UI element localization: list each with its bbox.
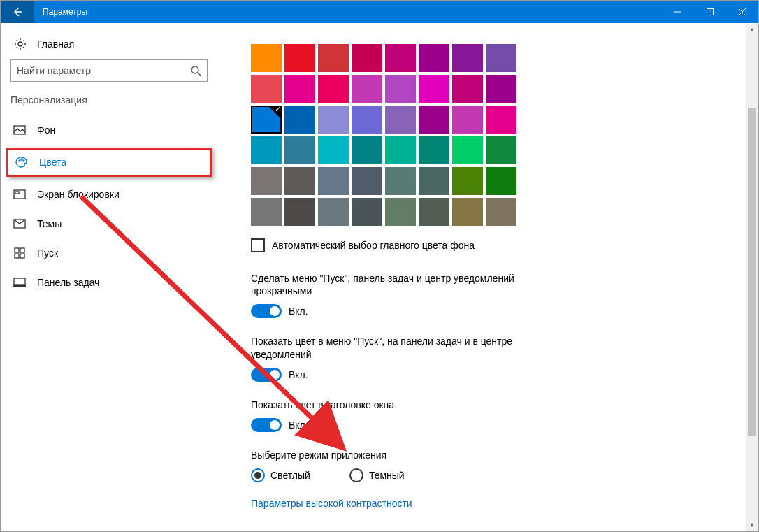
color-swatch[interactable] [385,167,416,195]
show-color-start-toggle[interactable]: Вкл. [251,368,737,382]
color-swatch[interactable] [486,136,516,164]
sidebar-item-label: Фон [37,124,55,136]
gear-icon [13,37,27,51]
high-contrast-link[interactable]: Параметры высокой контрастности [251,498,737,509]
color-swatch[interactable] [284,44,315,72]
color-swatch[interactable] [352,44,382,72]
scrollbar-thumb[interactable] [748,108,756,436]
color-swatch[interactable] [352,167,382,195]
lockscreen-icon [13,188,26,201]
color-swatch[interactable]: ✓ [251,106,282,134]
color-swatch[interactable] [486,167,516,195]
color-swatch[interactable] [352,75,382,103]
palette-row [251,75,737,103]
sidebar-item-colors[interactable]: Цвета [6,148,212,177]
color-swatch[interactable] [486,106,516,134]
color-swatch[interactable] [419,198,449,226]
window-controls [662,1,758,23]
home-label: Главная [37,38,74,50]
transparency-label: Сделать меню "Пуск", панель задач и цент… [251,272,558,297]
radio-light[interactable]: Светлый [251,468,310,482]
color-swatch[interactable] [419,44,449,72]
close-button[interactable] [726,1,758,23]
color-swatch[interactable] [318,198,349,226]
sidebar: Главная Найти параметр Персонализация Фо… [1,23,217,531]
color-palette: ✓ [251,44,737,226]
titlebar: Параметры [1,1,758,23]
color-swatch[interactable] [284,198,315,226]
color-swatch[interactable] [352,106,382,134]
color-swatch[interactable] [452,106,483,134]
color-swatch[interactable] [452,44,483,72]
maximize-button[interactable] [694,1,726,23]
nav-list: Фон Цвета Экран блокировки Темы Пуск [1,115,217,297]
color-swatch[interactable] [284,75,315,103]
color-swatch[interactable] [452,75,483,103]
color-swatch[interactable] [251,44,282,72]
auto-color-checkbox[interactable]: Автоматический выбор главного цвета фона [251,238,737,252]
sidebar-item-lockscreen[interactable]: Экран блокировки [1,180,217,209]
transparency-toggle[interactable]: Вкл. [251,304,737,318]
svg-rect-0 [707,9,714,15]
color-swatch[interactable] [385,106,416,134]
app-mode-radios: Светлый Темный [251,468,737,482]
color-swatch[interactable] [318,136,349,164]
svg-rect-11 [20,248,24,252]
check-icon: ✓ [275,105,281,114]
minimize-button[interactable] [662,1,694,23]
color-swatch[interactable] [251,167,282,195]
radio-dark[interactable]: Темный [349,468,405,482]
color-swatch[interactable] [385,198,416,226]
color-swatch[interactable] [251,198,282,226]
color-swatch[interactable] [486,198,516,226]
sidebar-item-background[interactable]: Фон [1,115,217,145]
color-swatch[interactable] [452,136,483,164]
color-swatch[interactable] [385,75,416,103]
color-swatch[interactable] [419,136,449,164]
color-swatch[interactable] [284,106,315,134]
toggle-icon [251,304,282,318]
palette-icon [15,156,28,168]
start-icon [13,247,26,259]
color-swatch[interactable] [419,106,449,134]
color-swatch[interactable] [419,167,449,195]
color-swatch[interactable] [251,75,282,103]
sidebar-item-themes[interactable]: Темы [1,209,217,238]
scrollbar[interactable]: ▲ ▼ [746,24,758,531]
search-icon [190,65,201,76]
search-input[interactable]: Найти параметр [10,59,208,82]
window-body: Главная Найти параметр Персонализация Фо… [1,23,758,531]
color-swatch[interactable] [284,167,315,195]
back-button[interactable] [1,1,34,23]
color-swatch[interactable] [419,75,449,103]
svg-point-4 [19,160,20,161]
checkbox-icon [251,238,265,252]
toggle-state: Вкл. [289,419,308,431]
color-swatch[interactable] [318,44,349,72]
color-swatch[interactable] [318,167,349,195]
color-swatch[interactable] [352,136,382,164]
color-swatch[interactable] [486,75,516,103]
home-link[interactable]: Главная [1,31,217,57]
section-label: Персонализация [1,89,217,115]
color-swatch[interactable] [352,198,382,226]
color-swatch[interactable] [452,167,483,195]
show-color-title-toggle[interactable]: Вкл. [251,418,737,432]
palette-row [251,167,737,195]
sidebar-item-taskbar[interactable]: Панель задач [1,268,217,297]
color-swatch[interactable] [284,136,315,164]
svg-rect-13 [20,254,24,258]
checkbox-label: Автоматический выбор главного цвета фона [272,240,475,251]
color-swatch[interactable] [385,44,416,72]
color-swatch[interactable] [486,44,516,72]
picture-icon [13,124,26,136]
sidebar-item-label: Экран блокировки [37,189,120,200]
color-swatch[interactable] [318,75,349,103]
sidebar-item-start[interactable]: Пуск [1,238,217,268]
search-placeholder: Найти параметр [17,65,91,76]
color-swatch[interactable] [452,198,483,226]
color-swatch[interactable] [251,136,282,164]
color-swatch[interactable] [385,136,416,164]
color-swatch[interactable] [318,106,349,134]
svg-rect-15 [14,285,25,287]
